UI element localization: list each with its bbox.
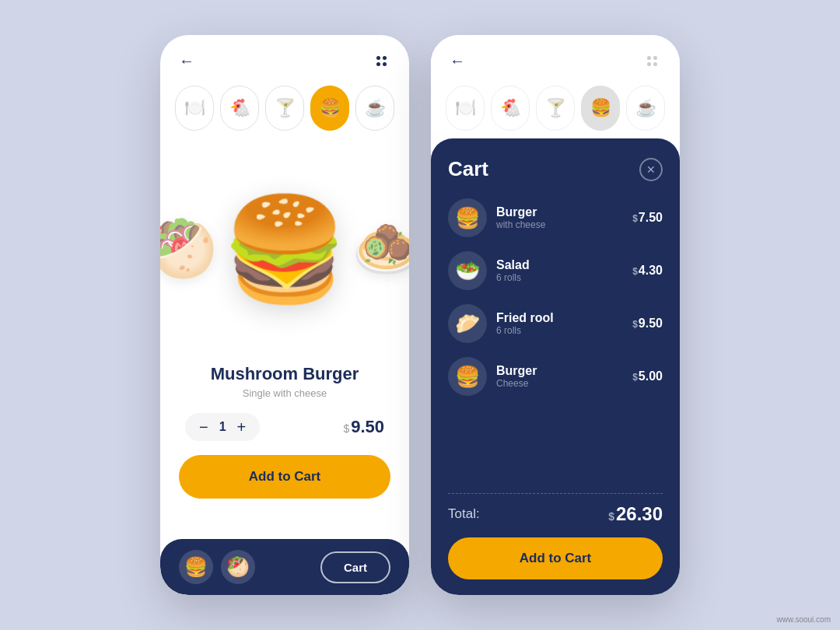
top-bar-right: ← — [431, 35, 680, 79]
cart-divider — [448, 493, 663, 494]
total-label: Total: — [448, 506, 480, 522]
cart-item-price-3: $9.50 — [632, 317, 663, 331]
cart-item-name-4: Burger — [496, 364, 623, 378]
cart-add-to-cart-button[interactable]: Add to Cart — [448, 537, 663, 579]
cart-item-price-4: $5.00 — [632, 369, 663, 383]
cart-item-image-2: 🥗 — [448, 251, 487, 290]
cart-header: Cart ✕ — [448, 157, 663, 181]
item-price: $9.50 — [343, 417, 384, 437]
cart-panel: Cart ✕ 🍔 Burger with cheese $7. — [431, 138, 680, 595]
main-product-image: 🍔 — [222, 198, 348, 299]
cart-item-image-1: 🍔 — [448, 198, 487, 237]
cart-item-details-1: Burger with cheese — [496, 205, 623, 230]
side-item-right: 🧆 — [352, 217, 409, 281]
cart-thumb-2: 🥙 — [221, 550, 255, 584]
category-food[interactable]: 🍽️ — [175, 86, 214, 131]
cart-item-sub-3: 6 rolls — [496, 325, 623, 336]
total-price: $26.30 — [608, 503, 663, 525]
more-options-icon[interactable] — [376, 56, 390, 66]
cart-items-list: 🍔 Burger with cheese $7.50 🥗 Sal — [448, 198, 663, 484]
r-category-coffee[interactable]: ☕ — [626, 86, 665, 131]
cart-item-price-2: $4.30 — [632, 264, 663, 278]
cart-item-image-3: 🥟 — [448, 304, 487, 343]
cart-item-sub-4: Cheese — [496, 378, 623, 389]
quantity-value: 1 — [219, 420, 226, 434]
cart-thumb-1: 🍔 — [179, 550, 213, 584]
back-button-right[interactable]: ← — [450, 52, 465, 70]
cart-item-name-1: Burger — [496, 205, 623, 219]
cart-item-details-4: Burger Cheese — [496, 364, 623, 389]
back-button[interactable]: ← — [179, 52, 194, 70]
item-description: Single with cheese — [176, 387, 394, 399]
cart-screen: ← 🍽️ 🐔 🍸 🍔 — [431, 35, 680, 595]
add-to-cart-button[interactable]: Add to Cart — [179, 455, 390, 499]
close-cart-button[interactable]: ✕ — [639, 158, 663, 181]
r-category-food[interactable]: 🍽️ — [446, 86, 485, 131]
r-category-burger-active[interactable]: 🍔 — [581, 86, 620, 131]
currency-symbol: $ — [343, 422, 349, 435]
cart-item: 🥟 Fried rool 6 rolls $9.50 — [448, 304, 663, 343]
cart-item: 🍔 Burger with cheese $7.50 — [448, 198, 663, 237]
category-burger-active[interactable]: 🍔 — [310, 86, 349, 131]
decrement-button[interactable]: − — [199, 419, 208, 435]
cart-item-details-3: Fried rool 6 rolls — [496, 311, 623, 336]
item-info: Mushroom Burger Single with cheese — [160, 358, 409, 402]
cart-item: 🥗 Salad 6 rolls $4.30 — [448, 251, 663, 290]
cart-total-row: Total: $26.30 — [448, 503, 663, 525]
r-category-drinks[interactable]: 🍸 — [536, 86, 575, 131]
cart-item-sub-1: with cheese — [496, 219, 623, 230]
more-options-icon-right[interactable] — [647, 56, 661, 66]
side-item-left: 🥙 — [160, 217, 217, 281]
bottom-navigation: 🍔 🥙 Cart — [160, 539, 409, 595]
cart-title: Cart — [448, 157, 488, 181]
quantity-control: − 1 + — [185, 413, 260, 441]
r-category-chicken[interactable]: 🐔 — [491, 86, 530, 131]
cart-item-details-2: Salad 6 rolls — [496, 258, 623, 283]
qty-price-row: − 1 + $9.50 — [160, 402, 409, 452]
cart-item-name-3: Fried rool — [496, 311, 623, 325]
cart-item-name-2: Salad — [496, 258, 623, 272]
category-tabs: 🍽️ 🐔 🍸 🍔 ☕ — [160, 79, 409, 140]
category-chicken[interactable]: 🐔 — [220, 86, 259, 131]
cart-button[interactable]: Cart — [320, 551, 390, 583]
product-detail-screen: ← 🍽️ 🐔 🍸 🍔 — [160, 35, 409, 595]
category-tabs-right: 🍽️ 🐔 🍸 🍔 ☕ — [431, 79, 680, 131]
category-drinks[interactable]: 🍸 — [265, 86, 304, 131]
category-coffee[interactable]: ☕ — [355, 86, 394, 131]
product-hero: 🥙 🍔 🧆 — [160, 140, 409, 358]
watermark: www.sooui.com — [777, 615, 831, 624]
item-name: Mushroom Burger — [176, 364, 394, 384]
increment-button[interactable]: + — [237, 419, 247, 435]
cart-item: 🍔 Burger Cheese $5.00 — [448, 357, 663, 396]
cart-item-price-1: $7.50 — [632, 211, 663, 225]
cart-item-image-4: 🍔 — [448, 357, 487, 396]
cart-preview: 🍔 🥙 — [179, 550, 255, 584]
cart-item-sub-2: 6 rolls — [496, 272, 623, 283]
top-bar: ← — [160, 35, 409, 79]
